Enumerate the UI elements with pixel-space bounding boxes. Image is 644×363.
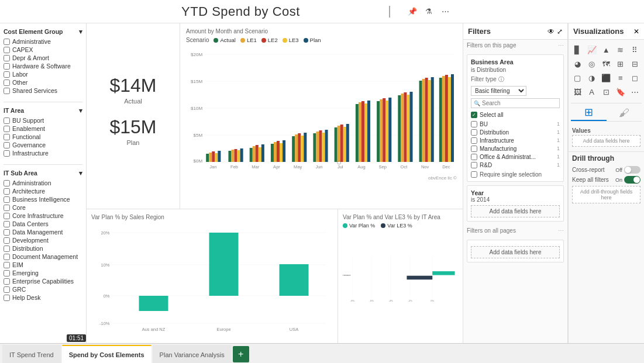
business-area-title: Business Area — [471, 58, 560, 65]
filter-option[interactable]: Office & Administrat...1 — [471, 153, 560, 161]
viz-fields-tab[interactable]: ⊞ — [571, 105, 607, 121]
viz-area-icon[interactable]: ▲ — [600, 43, 612, 56]
svg-text:$15M: $15M — [191, 79, 202, 84]
it-sub-area-item[interactable]: Architecture — [4, 187, 82, 195]
viz-shape-icon[interactable]: ◻ — [628, 71, 641, 84]
viz-slicer-icon[interactable]: ≡ — [614, 71, 627, 84]
viz-format-tab[interactable]: 🖌 — [607, 105, 642, 121]
select-all-option[interactable]: ✓ Select all — [471, 110, 560, 119]
filter-option[interactable]: BU1 — [471, 120, 560, 128]
all-pages-add-btn[interactable]: Add data fields here — [471, 246, 560, 258]
svg-rect-15 — [228, 151, 231, 162]
viz-button-icon[interactable]: ⊡ — [600, 85, 612, 98]
it-sub-area-item[interactable]: Development — [4, 236, 82, 244]
cost-el-item[interactable]: Shared Services — [4, 87, 82, 95]
filter-option[interactable]: Distribution1 — [471, 128, 560, 136]
viz-bookmark-icon[interactable]: 🔖 — [614, 85, 627, 98]
year-value: is 2014 — [471, 196, 560, 203]
viz-text-icon[interactable]: A — [586, 85, 598, 98]
viz-table-icon[interactable]: ⊞ — [614, 57, 627, 70]
svg-rect-22 — [256, 145, 259, 162]
viz-ribbon-icon[interactable]: ≋ — [614, 43, 627, 56]
bottom-right-svg: -8% -6% -4% -2% 0% Governance — [343, 231, 458, 324]
tab-it-spend-trend[interactable]: IT Spend Trend — [2, 345, 61, 363]
viz-values-placeholder[interactable]: Add data fields here — [572, 135, 640, 147]
tab-add-button[interactable]: + — [233, 346, 249, 362]
cost-el-item[interactable]: Hardware & Software — [4, 62, 82, 70]
it-area-title[interactable]: IT Area ▾ — [4, 107, 82, 114]
viz-gauge-icon[interactable]: ◑ — [586, 71, 598, 84]
viz-scatter-icon[interactable]: ⠿ — [628, 43, 641, 56]
viz-more-icon[interactable]: ⋯ — [628, 85, 641, 98]
viz-pie-icon[interactable]: ◕ — [571, 57, 584, 70]
filter-expand-icon[interactable]: ⤢ — [557, 27, 563, 36]
cost-el-item[interactable]: CAPEX — [4, 46, 82, 54]
select-all-checkbox[interactable]: ✓ — [471, 112, 477, 118]
cost-el-item[interactable]: Labor — [4, 70, 82, 78]
viz-map-icon[interactable]: 🗺 — [600, 57, 612, 70]
it-sub-area-item[interactable]: Business Intelligence — [4, 195, 82, 203]
cost-element-group-filter: Cost Element Group ▾ Administrative CAPE… — [4, 28, 82, 95]
it-area-filter: IT Area ▾ BU Support Enablement Function… — [4, 107, 82, 157]
require-single-label: Require single selection — [480, 171, 542, 178]
keep-all-toggle-track[interactable] — [624, 176, 640, 184]
it-sub-area-item[interactable]: Document Management — [4, 253, 82, 261]
cross-report-row: Cross-report Off — [572, 166, 640, 174]
it-area-item[interactable]: Infrastructure — [4, 149, 82, 157]
it-sub-area-item[interactable]: Data Centers — [4, 220, 82, 228]
cost-el-item[interactable]: Other — [4, 78, 82, 87]
viz-image-icon[interactable]: 🖼 — [571, 85, 584, 98]
svg-rect-61 — [422, 79, 425, 162]
it-sub-area-item[interactable]: Emerging — [4, 269, 82, 277]
filter-option[interactable]: R&D1 — [471, 161, 560, 169]
chart-credit: obvEnce llc © — [186, 175, 457, 181]
filter-option[interactable]: Manufacturing1 — [471, 144, 560, 153]
svg-text:-2%: -2% — [408, 299, 412, 302]
tab-spend-by-cost[interactable]: Spend by Cost Elements — [62, 345, 151, 363]
it-area-item[interactable]: Functional — [4, 133, 82, 141]
cost-el-item[interactable]: Depr & Amort — [4, 54, 82, 62]
pin-icon[interactable]: 📌 — [405, 5, 419, 19]
it-sub-area-item[interactable]: Core — [4, 203, 82, 212]
cross-report-toggle-track[interactable] — [624, 166, 640, 174]
it-area-item[interactable]: Governance — [4, 141, 82, 149]
it-sub-area-item[interactable]: Data Management — [4, 228, 82, 236]
it-sub-area-item[interactable]: Help Desk — [4, 293, 82, 302]
viz-bar-icon[interactable]: ▊ — [571, 43, 584, 56]
it-sub-area-item[interactable]: Administration — [4, 179, 82, 187]
drill-add-fields[interactable]: Add drill-through fields here — [572, 186, 640, 203]
viz-donut-icon[interactable]: ◎ — [586, 57, 598, 70]
cost-element-group-title[interactable]: Cost Element Group ▾ — [4, 28, 82, 35]
filter-type-select[interactable]: Basic filtering Advanced filtering Top N — [471, 86, 526, 96]
svg-rect-25 — [271, 144, 274, 162]
it-area-item[interactable]: Enablement — [4, 125, 82, 133]
filter-eye-icon[interactable]: 👁 — [547, 27, 555, 36]
bottom-left-title: Var Plan % by Sales Region — [91, 214, 333, 220]
it-sub-area-item[interactable]: GRC — [4, 285, 82, 293]
svg-rect-23 — [259, 147, 261, 162]
viz-line-icon[interactable]: 📈 — [586, 43, 598, 56]
viz-close-icon[interactable]: ✕ — [633, 27, 639, 36]
it-sub-area-item[interactable]: EIM — [4, 261, 82, 269]
filter-search-input[interactable] — [482, 100, 557, 106]
filter-options-list: BU1 Distribution1 Infrastructure1 Manufa… — [471, 120, 560, 169]
more-icon[interactable]: ⋯ — [438, 5, 452, 19]
require-single-checkbox[interactable] — [471, 171, 477, 178]
it-area-item[interactable]: BU Support — [4, 116, 82, 125]
cost-el-item[interactable]: Administrative — [4, 37, 82, 46]
filters-all-ellipsis[interactable]: ⋯ — [558, 227, 564, 234]
it-sub-area-item[interactable]: Enterprise Capabilities — [4, 277, 82, 285]
it-sub-area-item[interactable]: Distribution — [4, 244, 82, 253]
viz-card-icon[interactable]: ▢ — [571, 71, 584, 84]
metrics-panel: $14M Actual $15M Plan — [87, 23, 180, 209]
it-sub-area-title[interactable]: IT Sub Area ▾ — [4, 170, 82, 177]
svg-rect-32 — [298, 133, 301, 162]
filter-option[interactable]: Infrastructure1 — [471, 136, 560, 144]
viz-kpi-icon[interactable]: ⬛ — [600, 71, 612, 84]
viz-matrix-icon[interactable]: ⊟ — [628, 57, 641, 70]
filter-icon[interactable]: ⚗ — [422, 5, 436, 19]
tab-plan-variance[interactable]: Plan Variance Analysis — [153, 345, 232, 363]
year-add-btn[interactable]: Add data fields here — [471, 205, 560, 217]
it-sub-area-item[interactable]: Core Infrastructure — [4, 212, 82, 220]
filters-page-ellipsis[interactable]: ⋯ — [558, 42, 564, 49]
